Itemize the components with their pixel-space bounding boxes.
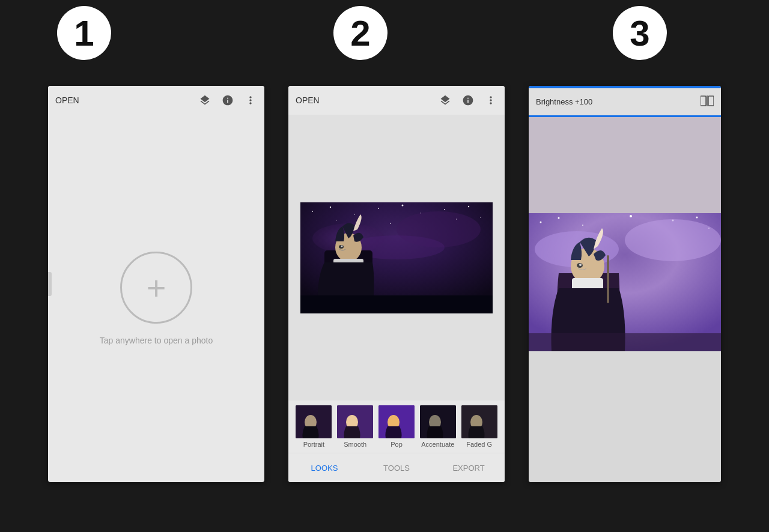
- screen1-open-label: OPEN: [55, 95, 193, 105]
- screen2-layers-icon[interactable]: [439, 94, 452, 107]
- svg-point-42: [540, 222, 542, 223]
- tap-hint-text: Tap anywhere to open a photo: [100, 336, 213, 345]
- nav-export[interactable]: EXPORT: [433, 453, 505, 482]
- sidebar-handle[interactable]: [48, 272, 52, 296]
- screen-1: OPEN: [48, 86, 264, 482]
- screen2-header: OPEN: [288, 86, 505, 115]
- more-icon[interactable]: [244, 94, 257, 107]
- svg-rect-56: [529, 333, 721, 351]
- svg-point-2: [330, 206, 331, 207]
- look-thumb-smooth: [337, 405, 373, 438]
- svg-point-53: [579, 264, 582, 266]
- looks-bar: Portrait Smooth: [288, 401, 505, 482]
- look-thumb-accentuate: [420, 405, 456, 438]
- screen-2: OPEN: [288, 86, 505, 482]
- look-thumb-pop: [378, 405, 415, 438]
- look-thumb-portrait: [296, 405, 332, 438]
- look-label-smooth: Smooth: [344, 441, 366, 448]
- anime-image: [300, 202, 493, 313]
- svg-point-47: [696, 217, 698, 219]
- screen1-header: OPEN: [48, 86, 264, 115]
- nav-tools[interactable]: TOOLS: [360, 453, 433, 482]
- screen2-bottom-nav: LOOKS TOOLS EXPORT: [288, 453, 505, 482]
- screen2-open-label: OPEN: [296, 95, 434, 105]
- brightness-label: Brightness +100: [536, 97, 592, 106]
- nav-looks[interactable]: LOOKS: [288, 453, 360, 482]
- svg-point-44: [582, 225, 583, 226]
- svg-rect-40: [529, 117, 721, 213]
- plus-icon: +: [147, 268, 166, 307]
- compare-icon[interactable]: [701, 95, 714, 109]
- svg-point-20: [341, 245, 343, 247]
- screen2-info-icon[interactable]: [461, 94, 475, 107]
- screens-container: OPEN: [48, 50, 721, 482]
- svg-point-1: [312, 211, 313, 212]
- info-icon[interactable]: [221, 94, 234, 107]
- svg-point-45: [630, 215, 632, 217]
- brightened-anime-image: [529, 213, 721, 351]
- look-label-pop: Pop: [391, 441, 403, 448]
- svg-point-9: [480, 217, 481, 218]
- look-item-accentuate[interactable]: Accentuate: [417, 405, 458, 453]
- screen3-main-image: [529, 213, 721, 482]
- layers-icon[interactable]: [198, 94, 211, 107]
- screen-3: Brightness +100: [529, 86, 721, 482]
- svg-point-50: [625, 219, 721, 261]
- look-label-portrait: Portrait: [303, 441, 324, 448]
- look-label-faded: Faded G: [466, 441, 492, 448]
- look-item-portrait[interactable]: Portrait: [293, 405, 335, 453]
- screen1-body[interactable]: + Tap anywhere to open a photo: [48, 115, 264, 482]
- svg-rect-37: [701, 96, 706, 106]
- look-item-smooth[interactable]: Smooth: [335, 405, 376, 453]
- before-image-area: [529, 117, 721, 213]
- svg-rect-38: [708, 96, 714, 106]
- svg-point-10: [336, 220, 336, 220]
- look-thumb-faded: [461, 405, 497, 438]
- svg-point-4: [378, 208, 379, 209]
- screen1-header-icons: [198, 94, 257, 107]
- before-image-svg: [529, 117, 721, 213]
- add-photo-button[interactable]: +: [120, 252, 192, 324]
- step-2-number: 2: [333, 6, 388, 60]
- svg-point-11: [390, 223, 391, 224]
- look-item-faded[interactable]: Faded G: [458, 405, 500, 453]
- svg-point-8: [468, 205, 469, 207]
- svg-rect-55: [607, 255, 609, 303]
- svg-rect-21: [300, 295, 493, 313]
- svg-point-7: [444, 209, 445, 210]
- look-item-pop[interactable]: Pop: [376, 405, 418, 453]
- step-1-number: 1: [57, 6, 111, 60]
- screen2-body: Portrait Smooth: [288, 115, 505, 482]
- screen2-more-icon[interactable]: [484, 94, 497, 107]
- screen3-header: Brightness +100: [529, 88, 721, 117]
- screen2-image-area: [288, 115, 505, 401]
- step-3-number: 3: [613, 6, 667, 60]
- svg-point-3: [354, 214, 355, 215]
- svg-point-5: [402, 204, 404, 206]
- looks-thumbnails-list: Portrait Smooth: [288, 405, 505, 453]
- look-label-accentuate: Accentuate: [421, 441, 454, 448]
- svg-point-43: [558, 217, 560, 219]
- screen2-header-icons: [439, 94, 497, 107]
